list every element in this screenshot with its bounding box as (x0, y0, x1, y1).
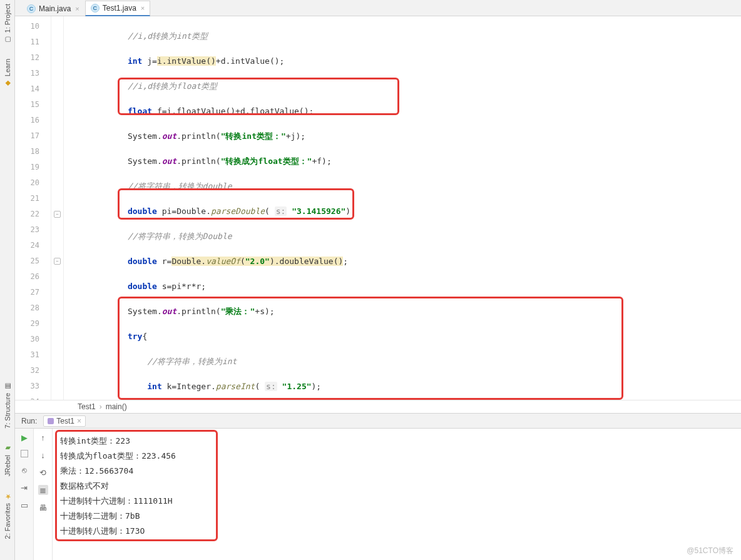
exit-button[interactable]: ⎋ (19, 465, 29, 475)
run-toolbar-right: ↑ ↓ ⟲ ≣ 🖶 (34, 429, 53, 560)
line-gutter: 10 11 12 13 14 15 16 17 18 19 20 21 22 2… (15, 16, 51, 400)
close-icon[interactable]: × (77, 417, 81, 425)
print-button[interactable]: 🖶 (38, 502, 48, 512)
output-line: 数据格式不对 (60, 479, 733, 494)
run-toolbar-left: ▶ ⎋ ⇥ ▭ (15, 429, 34, 560)
sidebar-favorites[interactable]: 2: Favorites★ (3, 492, 12, 539)
fold-gutter: − − (51, 16, 64, 400)
output-line: 乘法：12.5663704 (60, 464, 733, 479)
tab-label: Main.java (39, 4, 71, 13)
sidebar-left: ▢1: Project ◆Learn 7: Structure▤ JRebel▰… (0, 0, 15, 560)
soft-wrap-button[interactable]: ⟲ (38, 467, 48, 477)
breadcrumb-class[interactable]: Test1 (78, 402, 102, 411)
run-panel: ▶ ⎋ ⇥ ▭ ↑ ↓ ⟲ ≣ 🖶 转换int类型：223 转换成为float类… (15, 429, 741, 560)
fold-handle[interactable]: − (54, 258, 61, 265)
app-icon (48, 418, 54, 424)
sidebar-structure[interactable]: 7: Structure▤ (3, 382, 12, 429)
run-header: Run: Test1 × (15, 414, 741, 429)
code-area[interactable]: //i,d转换为int类型 int j=i.intValue()+d.intVa… (64, 16, 741, 400)
output-line: 十进制转二进制：7bB (60, 509, 733, 524)
run-config[interactable]: Test1 × (43, 415, 86, 427)
tab-label: Test1.java (103, 4, 136, 13)
scroll-to-end-button[interactable]: ≣ (38, 485, 48, 495)
layout-button[interactable]: ⇥ (19, 482, 29, 492)
pin-button[interactable]: ▭ (19, 500, 29, 510)
sidebar-learn[interactable]: ◆Learn (3, 59, 12, 88)
run-label: Run: (21, 417, 37, 425)
rerun-button[interactable]: ▶ (19, 432, 29, 442)
java-class-icon: C (91, 4, 100, 13)
sidebar-jrebel[interactable]: JRebel▰ (3, 444, 12, 476)
down-button[interactable]: ↓ (38, 450, 48, 460)
sidebar-project[interactable]: ▢1: Project (3, 4, 12, 44)
tab-test1[interactable]: C Test1.java × (85, 1, 150, 16)
watermark: @51CTO博客 (687, 546, 733, 556)
editor[interactable]: 10 11 12 13 14 15 16 17 18 19 20 21 22 2… (15, 16, 741, 400)
close-icon[interactable]: × (75, 5, 79, 13)
up-button[interactable]: ↑ (38, 432, 48, 442)
close-icon[interactable]: × (141, 4, 145, 12)
output-line: 转换成为float类型：223.456 (60, 449, 733, 464)
output-line: 十进制转八进制：173O (60, 524, 733, 539)
editor-tabs: C Main.java × C Test1.java × (15, 0, 741, 16)
breadcrumb: Test1 main() (15, 400, 741, 414)
tab-main[interactable]: C Main.java × (21, 1, 85, 16)
run-output[interactable]: 转换int类型：223 转换成为float类型：223.456 乘法：12.56… (53, 429, 741, 560)
fold-handle[interactable]: − (54, 211, 61, 218)
java-class-icon: C (27, 4, 36, 13)
output-line: 十进制转十六进制：1111011H (60, 494, 733, 509)
output-line: 转换int类型：223 (60, 434, 733, 449)
stop-button[interactable] (21, 450, 28, 457)
breadcrumb-method[interactable]: main() (106, 402, 127, 411)
